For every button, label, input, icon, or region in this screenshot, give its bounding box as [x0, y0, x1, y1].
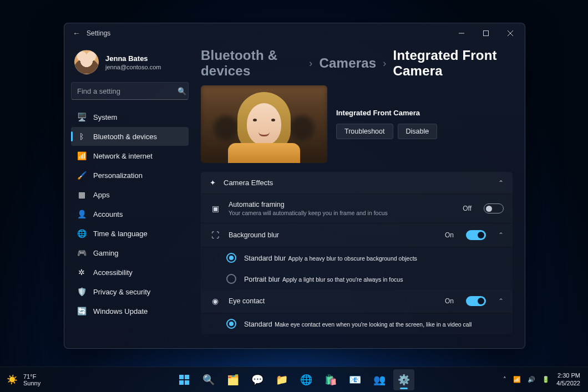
sidebar-item-label: Bluetooth & devices: [93, 133, 157, 141]
minimize-button[interactable]: [449, 23, 474, 43]
hero-row: Integrated Front Camera Troubleshoot Dis…: [197, 82, 516, 172]
disable-button[interactable]: Disable: [398, 124, 438, 139]
taskbar-tray[interactable]: ˄ 📶 🔊 🔋 2:30 PM 4/5/2022: [503, 372, 588, 388]
sidebar-item-bluetooth-devices[interactable]: ᛒBluetooth & devices: [71, 127, 189, 146]
bluetooth-icon: ᛒ: [77, 131, 87, 141]
maximize-button[interactable]: [474, 23, 498, 43]
globe-clock-icon: 🌐: [77, 228, 87, 238]
sun-icon: ☀️: [7, 374, 18, 385]
edge-button[interactable]: 🌐: [296, 369, 317, 390]
background-blur-toggle[interactable]: [466, 230, 486, 240]
radio-button[interactable]: [226, 319, 236, 329]
option-desc: Apply a heavy blur to obscure background…: [288, 255, 417, 262]
setting-label: Automatic framing: [229, 201, 388, 208]
outlook-button[interactable]: 📧: [344, 369, 366, 390]
taskbar-weather[interactable]: ☀️ 71°F Sunny: [0, 373, 40, 386]
option-label: Standard: [244, 320, 272, 328]
camera-effects-header[interactable]: ✦ Camera Effects ⌃: [201, 172, 513, 194]
taskbar: ☀️ 71°F Sunny 🔍 🗂️ 💬 📁 🌐 🛍️ 📧 👥 ⚙️ ˄ 📶 🔊…: [0, 366, 588, 392]
task-view-button[interactable]: 🗂️: [222, 369, 244, 390]
option-label: Standard blur: [244, 254, 286, 262]
nav-list: 🖥️SystemᛒBluetooth & devices📶Network & i…: [71, 108, 189, 320]
battery-tray-icon[interactable]: 🔋: [542, 376, 550, 383]
paintbrush-icon: 🖌️: [77, 170, 87, 180]
chevron-up-icon[interactable]: ⌃: [498, 297, 504, 305]
apps-icon: ▦: [77, 190, 87, 200]
search-icon: 🔍: [176, 87, 188, 95]
sidebar-item-time-language[interactable]: 🌐Time & language: [71, 224, 189, 243]
window-controls: [449, 23, 523, 43]
section-title: Camera Effects: [224, 179, 273, 187]
close-button[interactable]: [498, 23, 523, 43]
volume-tray-icon[interactable]: 🔊: [528, 376, 535, 383]
eye-contact-toggle[interactable]: [466, 296, 486, 306]
search-input[interactable]: [72, 87, 176, 95]
teams-button[interactable]: 👥: [369, 369, 390, 390]
blur-icon: ⛶: [210, 231, 221, 240]
profile-block[interactable]: Jenna Bates jenna@contoso.com: [71, 48, 189, 81]
sidebar-item-accessibility[interactable]: ✲Accessibility: [71, 263, 189, 282]
breadcrumb-current: Integrated Front Camera: [393, 48, 516, 79]
tray-overflow-icon[interactable]: ˄: [503, 376, 506, 383]
avatar: [74, 50, 99, 74]
breadcrumb-cameras[interactable]: Cameras: [320, 55, 377, 71]
profile-name: Jenna Bates: [105, 54, 161, 63]
automatic-framing-row: ▣ Automatic framing Your camera will aut…: [201, 194, 513, 223]
setting-label: Eye contact: [229, 297, 265, 305]
taskbar-search-button[interactable]: 🔍: [198, 369, 219, 390]
chevron-up-icon[interactable]: ⌃: [498, 231, 504, 239]
setting-desc: Your camera will automatically keep you …: [229, 210, 388, 216]
radio-button[interactable]: [226, 274, 236, 284]
wifi-tray-icon[interactable]: 📶: [513, 376, 521, 383]
wifi-icon: 📶: [77, 151, 87, 161]
sidebar-item-apps[interactable]: ▦Apps: [71, 185, 189, 204]
eye-contact-row: ◉ Eye contact On ⌃: [201, 289, 513, 313]
svg-rect-1: [484, 31, 489, 36]
profile-email: jenna@contoso.com: [105, 64, 161, 70]
sidebar-item-privacy-security[interactable]: 🛡️Privacy & security: [71, 282, 189, 301]
sidebar-item-gaming[interactable]: 🎮Gaming: [71, 243, 189, 262]
breadcrumb-devices[interactable]: Bluetooth & devices: [201, 48, 302, 79]
toggle-state: On: [445, 231, 454, 239]
start-button[interactable]: [174, 369, 195, 390]
troubleshoot-button[interactable]: Troubleshoot: [336, 124, 393, 139]
option-label: Portrait blur: [244, 276, 280, 283]
weather-cond: Sunny: [23, 380, 40, 386]
gaming-icon: 🎮: [77, 248, 87, 258]
sidebar-item-label: Apps: [93, 191, 110, 199]
sidebar-item-label: Accessibility: [93, 268, 133, 277]
sidebar-item-network-internet[interactable]: 📶Network & internet: [71, 146, 189, 165]
camera-preview: [201, 85, 327, 163]
option-desc: Apply a light blur so that you're always…: [282, 276, 403, 283]
taskbar-clock[interactable]: 2:30 PM 4/5/2022: [556, 372, 580, 388]
clock-date: 4/5/2022: [556, 380, 580, 388]
main-panel: Bluetooth & devices › Cameras › Integrat…: [195, 43, 525, 348]
settings-task-button[interactable]: ⚙️: [393, 369, 414, 390]
app-title: Settings: [87, 29, 110, 37]
file-explorer-button[interactable]: 📁: [271, 369, 292, 390]
weather-temp: 71°F: [23, 373, 40, 380]
sidebar-item-accounts[interactable]: 👤Accounts: [71, 205, 189, 223]
sidebar-item-label: Privacy & security: [93, 288, 150, 296]
background-blur-option[interactable]: Portrait blur Apply a light blur so that…: [201, 268, 513, 289]
sidebar-item-windows-update[interactable]: 🔄Windows Update: [71, 302, 189, 320]
eye-contact-options: Standard Make eye contact even when you'…: [201, 313, 513, 334]
eye-contact-option[interactable]: Standard Make eye contact even when you'…: [201, 313, 513, 334]
taskbar-center: 🔍 🗂️ 💬 📁 🌐 🛍️ 📧 👥 ⚙️: [174, 369, 414, 390]
sidebar-item-label: Windows Update: [93, 307, 148, 315]
back-button[interactable]: ←: [70, 29, 83, 38]
chevron-up-icon: ⌃: [498, 179, 504, 187]
store-button[interactable]: 🛍️: [320, 369, 341, 390]
setting-label: Background blur: [229, 231, 279, 239]
radio-button[interactable]: [226, 253, 236, 263]
clock-time: 2:30 PM: [556, 372, 580, 380]
sidebar-item-personalization[interactable]: 🖌️Personalization: [71, 166, 189, 185]
automatic-framing-toggle[interactable]: [484, 203, 504, 213]
background-blur-option[interactable]: Standard blur Apply a heavy blur to obsc…: [201, 247, 513, 268]
settings-window: ← Settings Jenna Bates jenna@contoso.com…: [64, 23, 525, 349]
sidebar-item-label: Time & language: [93, 230, 148, 238]
search-box[interactable]: 🔍: [71, 82, 189, 100]
titlebar: ← Settings: [64, 23, 525, 43]
sidebar-item-system[interactable]: 🖥️System: [71, 108, 189, 126]
widgets-button[interactable]: 💬: [247, 369, 268, 390]
